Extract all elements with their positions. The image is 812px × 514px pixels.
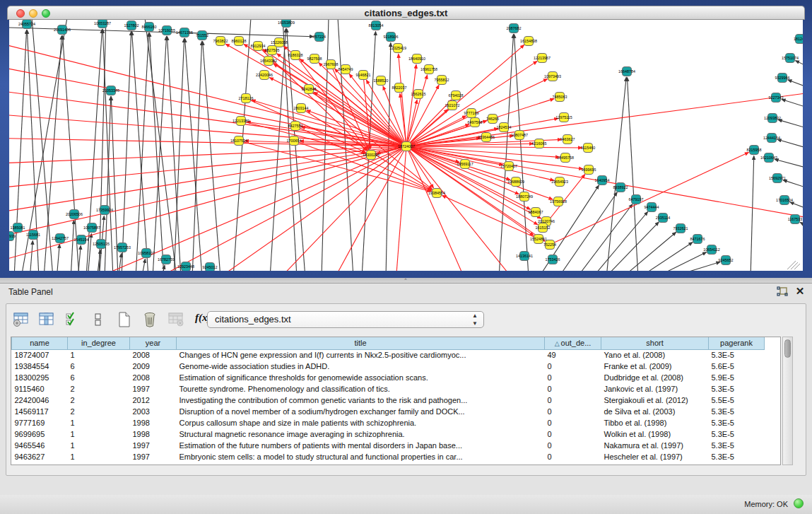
graph-node-label: 7932621 [673, 226, 688, 230]
network-canvas[interactable]: 2405572420691406106532871527802846616010… [9, 20, 803, 271]
graph-node-label: 18107534 [230, 139, 247, 143]
delete-table-icon[interactable] [165, 310, 187, 328]
resize-grip-icon[interactable] [787, 261, 796, 269]
column-header-in_degree[interactable]: in_degree [68, 337, 130, 349]
table-row[interactable]: 2242004622012Investigating the contribut… [12, 395, 765, 406]
graph-node-label: 1562615 [411, 92, 426, 96]
table-row[interactable]: 1456911722003Disruption of a novel membe… [12, 406, 765, 417]
table-columns-icon[interactable] [36, 310, 57, 328]
graph-edge [788, 80, 803, 90]
node-table: namein_degreeyeartitle△out_de...shortpag… [11, 337, 781, 465]
graph-node-label: 17016504 [776, 198, 793, 202]
float-panel-icon[interactable] [776, 286, 789, 298]
column-header-name[interactable]: name [12, 337, 68, 349]
graph-edge [122, 31, 131, 271]
table-cell: 5.3E-5 [709, 349, 765, 361]
resize-grip-icon[interactable] [791, 262, 798, 269]
graph-edge [606, 77, 626, 271]
graph-node-label: 751552 [196, 33, 208, 37]
new-table-icon[interactable] [114, 310, 135, 328]
graph-edge [153, 36, 167, 271]
table-cell: 22420046 [12, 395, 68, 406]
table-cell: 1998 [130, 428, 177, 440]
graph-node-label: 10807487 [511, 133, 528, 137]
table-cell: 0 [545, 372, 601, 383]
graph-edge [499, 34, 513, 271]
table-row[interactable]: 1938455462009Genome-wide association stu… [12, 361, 765, 372]
graph-node-label: 1588520 [374, 78, 389, 83]
table-row[interactable]: 946362711997Embryonic stem cells: a mode… [12, 451, 765, 462]
sort-ascending-icon: △ [555, 340, 560, 347]
table-row[interactable]: 1872400712008Changes of HCN gene express… [12, 349, 765, 361]
graph-node-label: 9242848 [302, 87, 317, 91]
column-header-out_de[interactable]: △out_de... [545, 337, 601, 349]
divider-handle-icon[interactable]: ⌃ [400, 279, 411, 282]
memory-status-icon[interactable] [794, 498, 804, 508]
table-selector-dropdown[interactable]: citations_edges.txt ▲▼ [207, 311, 484, 328]
graph-node-label: 10958107 [138, 251, 155, 255]
graph-node-label: 9827508 [307, 57, 322, 61]
scrollbar-thumb[interactable] [784, 339, 791, 358]
table-cell: 5.6E-5 [709, 361, 765, 372]
graph-node-label: 9884067 [529, 210, 543, 214]
rows-icon[interactable] [88, 310, 109, 328]
select-attributes-icon[interactable] [62, 310, 83, 328]
graph-node-label: 7955812 [435, 78, 449, 82]
graph-node-label: 2967608 [324, 62, 339, 66]
graph-edge [775, 159, 803, 170]
memory-status-label: Memory: OK [744, 500, 788, 508]
table-row[interactable]: 946554611997Estimation of the future num… [12, 440, 765, 451]
graph-node-label: 19654923 [551, 180, 568, 184]
graph-node-label: 391939 [9, 234, 16, 238]
delete-attribute-icon[interactable] [139, 310, 160, 328]
table-row[interactable]: 977716911998Corpus callosum shape and si… [12, 417, 765, 428]
graph-node-label: 9245652 [719, 258, 734, 262]
table-row[interactable]: 1830029562008Estimation of significance … [12, 372, 765, 383]
close-panel-icon[interactable]: ✕ [794, 285, 806, 298]
split-pane-divider[interactable]: ⌃ [0, 278, 812, 283]
table-selector-value: citations_edges.txt [215, 314, 291, 325]
graph-node-label: 8813054 [369, 23, 384, 28]
column-header-title[interactable]: title [177, 337, 545, 349]
graph-edge [406, 146, 582, 148]
table-cell: Changes of HCN gene expression and I(f) … [177, 349, 545, 361]
table-cell: 9777169 [12, 417, 68, 428]
zoom-window-button[interactable] [42, 9, 50, 18]
table-cell: 1997 [130, 451, 177, 462]
graph-edge [790, 202, 803, 212]
graph-node-label: 8215958 [747, 148, 762, 152]
table-cell: 9463627 [12, 451, 68, 462]
graph-node-label: 8466160 [142, 25, 157, 29]
close-window-button[interactable] [16, 9, 25, 18]
table-cell: Embryonic stem cells: a model to study s… [177, 451, 545, 462]
graph-node-label: 181243 [794, 37, 803, 41]
table-row[interactable]: 911546021997Tourette syndrome. Phenomeno… [12, 383, 765, 395]
table-cell: de Silva et al. (2003) [601, 406, 709, 417]
table-row[interactable]: 969969511998Structural magnetic resonanc… [12, 428, 765, 440]
table-cell: 1997 [130, 383, 177, 395]
graph-node-label: 9146821 [356, 73, 371, 77]
graph-edge [85, 146, 406, 271]
minimize-window-button[interactable] [29, 9, 37, 18]
graph-node-label: 6479197 [629, 197, 644, 201]
table-cell: Hescheler et al. (1997) [601, 451, 709, 462]
graph-node-label: 2935114 [656, 216, 671, 220]
table-settings-icon[interactable] [11, 310, 32, 328]
graph-edge [514, 34, 529, 271]
graph-edge [9, 138, 406, 146]
column-header-short[interactable]: short [601, 337, 709, 349]
table-cell: 1998 [130, 417, 177, 428]
table-cell: 5.9E-5 [709, 372, 765, 383]
graph-node-label: 9227343 [769, 95, 784, 100]
column-header-year[interactable]: year [130, 337, 177, 349]
graph-node-label: 24055724 [18, 22, 35, 26]
graph-node-label: 9827505 [265, 48, 280, 52]
column-header-pagerank[interactable]: pagerank [709, 337, 765, 349]
window-titlebar[interactable]: citations_edges.txt [7, 6, 805, 20]
graph-edge [796, 61, 803, 71]
vertical-scrollbar[interactable] [782, 337, 793, 465]
table-cell: 6 [68, 372, 130, 383]
table-cell: 5.3E-5 [709, 417, 765, 428]
table-cell: Wolkin et al. (1998) [601, 428, 709, 440]
network-graph[interactable]: 2405572420691406106532871527802846616010… [9, 20, 803, 271]
